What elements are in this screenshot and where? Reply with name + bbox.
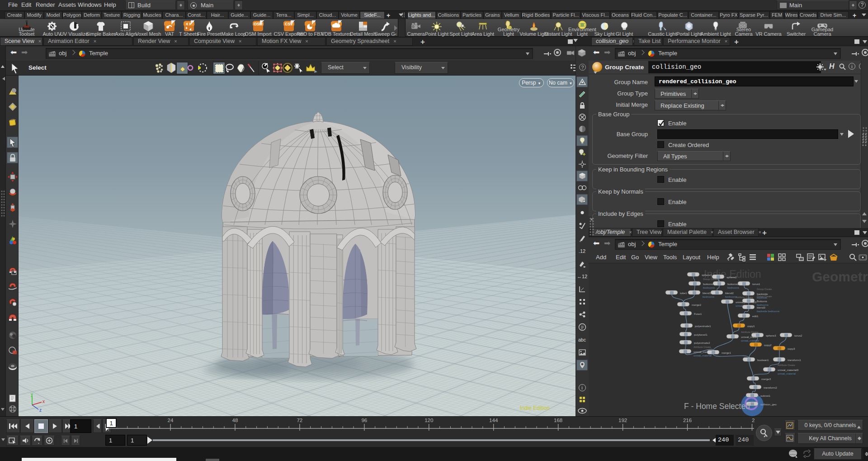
svg-text:sphere2: sphere2 — [726, 276, 737, 279]
svg-text:blend1: blend1 — [703, 291, 711, 295]
svg-text:polyextrude1: polyextrude1 — [695, 324, 711, 328]
svg-text:torus1: torus1 — [752, 282, 760, 285]
svg-text:blend2: blend2 — [725, 291, 734, 295]
svg-text:24: 24 — [168, 418, 174, 423]
svg-text:bedrooms: bedrooms — [703, 295, 714, 298]
svg-text:Geometry: Geometry — [812, 269, 868, 284]
svg-text:Bottoms: Bottoms — [757, 299, 767, 303]
svg-text:72: 72 — [297, 418, 302, 423]
svg-text:unreal_material: unreal_material — [741, 339, 759, 342]
svg-text:copy1: copy1 — [747, 324, 755, 328]
svg-text:backside bedrooms: backside bedrooms — [757, 310, 779, 313]
svg-text:Attribute Create: Attribute Create — [778, 364, 795, 366]
svg-text:120: 120 — [425, 418, 433, 423]
svg-text:subnet1: subnet1 — [760, 394, 771, 397]
svg-text:bedrooms: bedrooms — [725, 295, 737, 298]
svg-text:collision_geo: collision_geo — [760, 403, 777, 406]
svg-text:bottoms2: bottoms2 — [727, 282, 739, 285]
svg-text:polyextrude2: polyextrude2 — [694, 341, 710, 344]
svg-text:Group Create: Group Create — [757, 295, 772, 298]
svg-text:216: 216 — [683, 418, 692, 423]
svg-text:Attribute Create: Attribute Create — [693, 346, 711, 348]
svg-text:transform1: transform1 — [788, 358, 801, 361]
svg-text:bottoms: bottoms — [703, 282, 713, 285]
svg-text:merge2: merge2 — [692, 303, 702, 306]
svg-text:F - Home Selected: F - Home Selected — [684, 402, 750, 411]
svg-text:edit1: edit1 — [752, 314, 759, 318]
svg-text:bedrooms: bedrooms — [727, 286, 739, 289]
svg-text:96: 96 — [361, 418, 367, 423]
svg-text:polybevel1: polybevel1 — [694, 333, 708, 336]
svg-text:x: x — [42, 399, 45, 404]
svg-text:unreal_material: unreal_material — [693, 354, 712, 357]
svg-text:copy3: copy3 — [788, 347, 795, 350]
svg-text:sphere1: sphere1 — [702, 273, 712, 276]
svg-text:merge1: merge1 — [722, 351, 731, 354]
svg-text:y: y — [31, 392, 33, 397]
svg-text:Group Create: Group Create — [703, 278, 718, 280]
svg-text:48: 48 — [232, 418, 238, 423]
svg-text:192: 192 — [618, 418, 627, 423]
svg-text:copy2: copy2 — [764, 343, 772, 347]
svg-text:merge3: merge3 — [761, 377, 771, 380]
svg-text:tube1: tube1 — [680, 291, 687, 295]
svg-text:boolean1: boolean1 — [757, 358, 769, 361]
svg-text:Attribute Create: Attribute Create — [741, 331, 759, 333]
svg-text:transform2: transform2 — [764, 386, 777, 389]
svg-text:sphere3: sphere3 — [766, 334, 776, 337]
svg-text:unreal_mater: unreal_mater — [741, 335, 757, 338]
svg-text:torus2: torus2 — [794, 334, 802, 337]
svg-text:z: z — [39, 408, 42, 413]
svg-text:2: 2 — [752, 418, 755, 423]
svg-text:144: 144 — [489, 418, 498, 423]
svg-text:Fuse1: Fuse1 — [694, 312, 702, 315]
svg-text:Attribute Create: Attribute Create — [736, 296, 753, 299]
svg-text:unreal_material: unreal_material — [778, 372, 796, 375]
svg-text:blend3: blend3 — [757, 306, 765, 309]
svg-text:unreal_material0: unreal_material0 — [778, 368, 799, 371]
svg-text:bedrooms: bedrooms — [703, 286, 715, 289]
svg-text:Group Create: Group Create — [757, 288, 772, 290]
svg-text:168: 168 — [554, 418, 562, 423]
